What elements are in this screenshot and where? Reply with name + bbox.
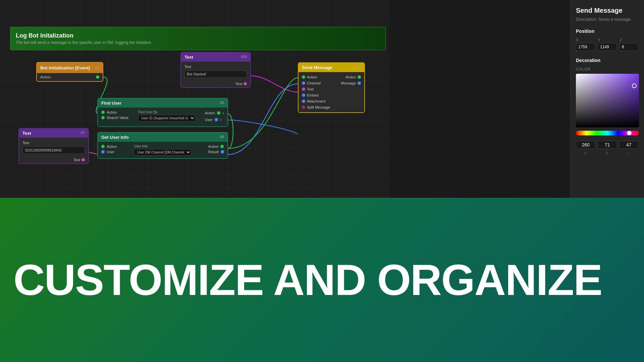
node-text-10-footer: Text — [181, 80, 250, 87]
get-user-result-out-label: Result — [208, 150, 219, 154]
get-user-action-out-label: Action — [208, 144, 219, 148]
get-user-user-in-label: User — [107, 150, 114, 154]
send-msg-action-in-port[interactable] — [302, 75, 305, 79]
port-row-text: Text — [300, 86, 363, 92]
pos-y-group: Y — [598, 38, 617, 51]
panel-description: Description: Sends a message. — [576, 17, 639, 22]
panel-desc-label: Description: — [576, 17, 597, 22]
send-msg-channel-label: Channel — [307, 81, 321, 85]
send-msg-action-out-port[interactable] — [358, 75, 361, 79]
bottom-text: CUSTOMIZE AND ORGANIZE — [13, 258, 602, 302]
hsl-h-label: H — [584, 151, 587, 155]
pos-y-input[interactable] — [598, 43, 617, 51]
find-user-user-out-row: User › — [205, 117, 224, 122]
node-bot-init-body: Action — [37, 73, 103, 81]
find-user-user-out-label: User — [205, 118, 213, 122]
get-user-action-in-port[interactable] — [101, 145, 105, 148]
get-user-result-out-port[interactable] — [221, 150, 224, 154]
panel-desc-text: Sends a message. — [598, 17, 632, 22]
hue-thumb — [627, 131, 632, 135]
node-send-msg-header: Send Message #8 — [299, 63, 364, 72]
bottom-banner: CUSTOMIZE AND ORGANIZE — [0, 198, 644, 362]
hsl-h-input[interactable] — [576, 141, 595, 149]
send-msg-attachment-label: Attachment — [307, 99, 326, 103]
node-find-user[interactable]: Find User #6 Action Search Value Find Us… — [97, 98, 228, 127]
node-send-message[interactable]: Send Message #8 Action Action Channel Me… — [298, 62, 365, 113]
pos-z-group: Z — [620, 38, 639, 51]
hsl-l-group: L — [619, 141, 639, 156]
hsl-s-group: S — [597, 141, 617, 156]
node-find-user-header: Find User #6 — [98, 99, 227, 108]
right-panel: Send Message Description: Sends a messag… — [570, 0, 644, 198]
get-user-action-out-port[interactable] — [220, 145, 224, 148]
node-text-10-body: Text Bot Started! — [181, 62, 250, 80]
node-text-7-text-port[interactable] — [82, 158, 85, 162]
get-user-user-in-port[interactable] — [101, 150, 105, 154]
node-text-10-text-port[interactable] — [244, 82, 247, 85]
node-get-user-info[interactable]: Get User Info #9 Action User User Info U… — [97, 132, 228, 159]
node-find-user-id: #6 — [220, 101, 224, 106]
get-user-action-in-row: Action — [101, 144, 117, 148]
find-user-search-label: Search Value — [107, 116, 128, 120]
node-text-10-header: Text #10 — [181, 53, 250, 62]
position-grid: X Y Z — [576, 38, 639, 51]
node-text-7-value[interactable]: 310116026908016642 — [22, 146, 85, 154]
node-get-user-body: Action User User Info User DM Channel [D… — [98, 142, 227, 158]
node-find-user-body: Action Search Value Find User By User ID… — [98, 108, 227, 126]
hsl-l-input[interactable] — [619, 141, 639, 149]
send-msg-text-port[interactable] — [302, 87, 305, 91]
node-bot-init-action-label: Action — [40, 75, 51, 79]
header-banner: Log Bot Initalization The bot will send … — [10, 27, 386, 50]
node-bot-init-header: Bot Initialization [Event] #5 — [37, 63, 103, 73]
find-user-user-out-port[interactable] — [215, 118, 218, 121]
node-text-7[interactable]: Text #7 Text 310116026908016642 Text — [18, 128, 89, 164]
header-description: The bot will send a message to the speci… — [16, 40, 380, 45]
find-user-action-in-row: Action — [101, 110, 128, 114]
hsl-s-input[interactable] — [597, 141, 617, 149]
send-msg-channel-port[interactable] — [302, 81, 305, 85]
pos-x-group: X — [576, 38, 595, 51]
get-user-info-select[interactable]: User DM Channel [DM Channel] — [134, 149, 191, 156]
port-row-attachment: Attachment — [300, 98, 363, 104]
send-msg-message-port[interactable] — [358, 81, 361, 85]
hsl-h-group: H — [576, 141, 595, 156]
send-msg-split-port[interactable] — [302, 106, 305, 109]
find-user-user-arrow: › — [220, 117, 222, 122]
node-send-msg-title: Send Message — [302, 65, 332, 70]
port-row-action: Action Action — [300, 74, 363, 80]
get-user-result-out-row: Result — [208, 150, 224, 154]
find-user-action-arrow: › — [222, 110, 224, 116]
node-text-7-text-label: Text — [73, 158, 80, 162]
find-user-by-label: Find User By — [138, 110, 195, 114]
node-text-10-value[interactable]: Bot Started! — [184, 70, 247, 78]
node-text-7-header: Text #7 — [19, 129, 88, 138]
send-msg-text-label: Text — [307, 87, 314, 91]
node-text-7-label: Text — [22, 141, 29, 145]
send-msg-embed-port[interactable] — [302, 94, 305, 97]
node-text-7-body: Text 310116026908016642 — [19, 138, 88, 157]
find-user-by-select[interactable]: User ID (Supports Uncached User) — [138, 115, 195, 121]
send-msg-embed-label: Embed — [307, 93, 319, 97]
color-picker[interactable] — [576, 74, 639, 127]
pos-z-label: Z — [620, 38, 639, 42]
node-text-10-text-label: Text — [235, 82, 242, 86]
pos-x-label: X — [576, 38, 595, 42]
port-row-channel: Channel Message — [300, 80, 363, 86]
find-user-action-out-row: Action › — [205, 110, 224, 116]
hue-slider[interactable] — [576, 131, 639, 135]
node-bot-init[interactable]: Bot Initialization [Event] #5 Action — [36, 62, 103, 82]
find-user-action-out-port[interactable] — [217, 111, 220, 115]
get-user-action-out-row: Action — [208, 144, 224, 148]
node-bot-init-action-port[interactable] — [96, 75, 99, 79]
color-picker-cursor — [632, 83, 637, 88]
pos-y-label: Y — [598, 38, 617, 42]
find-user-search-port[interactable] — [101, 116, 105, 119]
node-find-user-title: Find User — [101, 101, 121, 106]
panel-position-title: Position — [576, 28, 639, 34]
send-msg-attachment-port[interactable] — [302, 100, 305, 103]
pos-z-input[interactable] — [620, 43, 639, 51]
pos-x-input[interactable] — [576, 43, 595, 51]
find-user-action-in-port[interactable] — [101, 111, 105, 114]
node-bot-init-id: #5 — [95, 66, 99, 70]
node-text-10[interactable]: Text #10 Text Bot Started! Text — [180, 52, 251, 88]
